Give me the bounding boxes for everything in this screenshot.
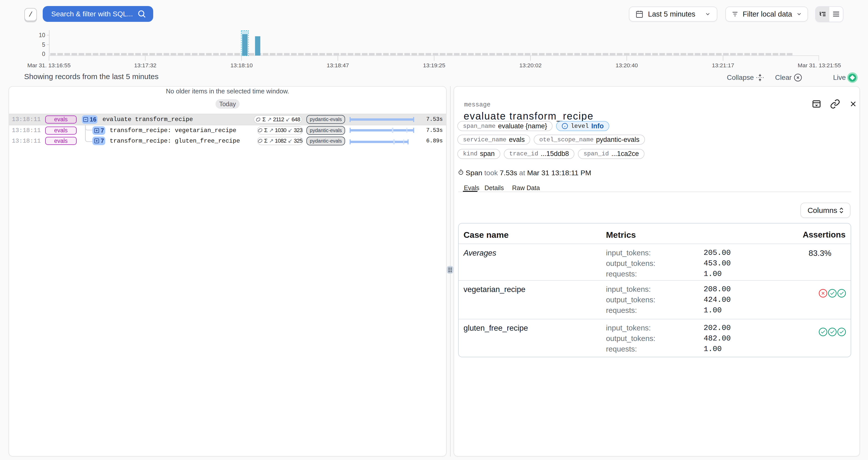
svg-text:13:18:47: 13:18:47 — [327, 62, 349, 69]
svg-text:0: 0 — [42, 51, 45, 57]
svg-text:5: 5 — [42, 41, 45, 48]
svg-text:Mar 31. 13:16:55: Mar 31. 13:16:55 — [27, 62, 70, 69]
svg-text:10: 10 — [39, 32, 45, 38]
svg-text:13:21:17: 13:21:17 — [712, 62, 734, 69]
svg-text:13:17:32: 13:17:32 — [134, 62, 156, 69]
svg-text:13:19:25: 13:19:25 — [423, 62, 445, 69]
svg-text:13:20:02: 13:20:02 — [519, 62, 542, 69]
svg-text:13:20:40: 13:20:40 — [616, 62, 638, 69]
svg-text:13:18:10: 13:18:10 — [230, 62, 253, 69]
svg-text:Mar 31. 13:21:55: Mar 31. 13:21:55 — [798, 62, 841, 69]
